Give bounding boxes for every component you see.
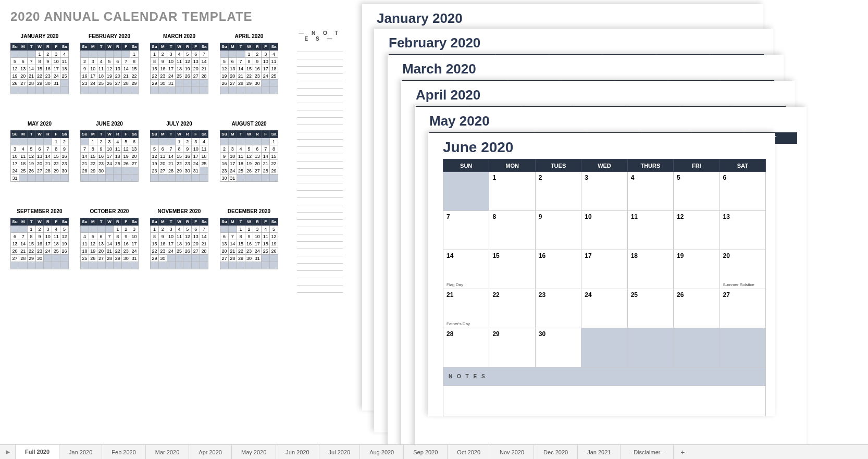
month-card-title: January 2020 (377, 10, 754, 27)
calendar-day-cell[interactable]: 7 (443, 211, 489, 250)
june-notes-area[interactable] (443, 386, 766, 416)
calendar-day-cell[interactable]: 5 (674, 172, 720, 211)
calendar-day-cell[interactable]: 24 (581, 289, 627, 328)
calendar-day-cell[interactable]: 3 (581, 172, 627, 211)
mini-month: JUNE 2020SuMTWRFSa1234567891011121314151… (80, 121, 139, 195)
calendar-day-cell[interactable]: 17 (581, 250, 627, 289)
notes-line[interactable] (297, 103, 343, 110)
sheet-tab[interactable]: Feb 2020 (102, 445, 145, 459)
sheet-tab[interactable]: Jul 2020 (319, 445, 361, 459)
mini-month-title: NOVEMBER 2020 (150, 208, 208, 216)
calendar-day-cell[interactable]: 15 (489, 250, 535, 289)
calendar-day-cell[interactable]: 6 (720, 172, 765, 211)
calendar-day-cell[interactable]: 9 (535, 211, 581, 250)
mini-month: SEPTEMBER 2020SuMTWRFSa12345678910111213… (10, 208, 69, 282)
tab-nav-prev[interactable]: ▶ (0, 445, 16, 459)
sheet-tab[interactable]: Jun 2020 (276, 445, 319, 459)
mini-month-title: APRIL 2020 (220, 33, 278, 41)
sheet-tab[interactable]: Aug 2020 (360, 445, 404, 459)
calendar-day-cell[interactable] (627, 328, 673, 367)
sheet-tab[interactable]: May 2020 (232, 445, 276, 459)
notes-line[interactable] (297, 278, 343, 286)
notes-line[interactable] (297, 96, 343, 103)
calendar-day-cell[interactable]: 27 (720, 289, 765, 328)
sheet-tab[interactable]: Jan 2020 (59, 445, 102, 459)
notes-line[interactable] (297, 169, 343, 176)
notes-line[interactable] (297, 191, 343, 198)
calendar-day-cell[interactable]: 20Summer Solstice (720, 250, 765, 289)
mini-month: MAY 2020SuMTWRFSa12345678910111213141516… (10, 121, 69, 195)
notes-line[interactable] (297, 125, 343, 132)
calendar-day-cell[interactable]: 10 (581, 211, 627, 250)
annual-notes-title: — N O T E S — (297, 30, 343, 42)
calendar-day-cell[interactable]: 26 (674, 289, 720, 328)
notes-line[interactable] (297, 213, 343, 220)
calendar-day-cell[interactable]: 29 (489, 328, 535, 367)
notes-line[interactable] (297, 81, 343, 89)
notes-line[interactable] (297, 242, 343, 249)
notes-line[interactable] (297, 205, 343, 213)
sheet-tab[interactable]: Apr 2020 (189, 445, 232, 459)
calendar-day-cell[interactable]: 30 (535, 328, 581, 367)
calendar-day-cell[interactable]: 22 (489, 289, 535, 328)
calendar-day-cell[interactable] (581, 328, 627, 367)
mini-month-title: SEPTEMBER 2020 (10, 208, 69, 216)
sheet-tab[interactable]: Nov 2020 (490, 445, 534, 459)
notes-line[interactable] (297, 118, 343, 125)
sheet-tab[interactable]: Jan 2021 (578, 445, 621, 459)
notes-line[interactable] (297, 227, 343, 234)
sheet-tab[interactable]: Sep 2020 (404, 445, 448, 459)
calendar-day-cell[interactable]: 4 (627, 172, 673, 211)
notes-line[interactable] (297, 132, 343, 140)
notes-line[interactable] (297, 154, 343, 162)
notes-line[interactable] (297, 183, 343, 191)
notes-line[interactable] (297, 45, 343, 52)
calendar-day-cell[interactable]: 16 (535, 250, 581, 289)
notes-line[interactable] (297, 74, 343, 81)
notes-line[interactable] (297, 271, 343, 278)
calendar-day-cell[interactable]: 28 (443, 328, 489, 367)
mini-month-title: JANUARY 2020 (10, 33, 69, 41)
calendar-day-cell[interactable] (443, 172, 489, 211)
calendar-day-cell[interactable]: 11 (627, 211, 673, 250)
calendar-day-cell[interactable] (674, 328, 720, 367)
notes-line[interactable] (297, 89, 343, 96)
notes-line[interactable] (297, 110, 343, 118)
notes-line[interactable] (297, 198, 343, 205)
calendar-day-cell[interactable]: 2 (535, 172, 581, 211)
notes-line[interactable] (297, 220, 343, 227)
notes-line[interactable] (297, 67, 343, 74)
notes-line[interactable] (297, 234, 343, 242)
calendar-day-cell[interactable]: 21Father's Day (443, 289, 489, 328)
sheet-tab[interactable]: Full 2020 (16, 445, 59, 459)
annual-month-grid: JANUARY 2020SuMTWRFSa1234567891011121314… (10, 33, 336, 282)
notes-line[interactable] (297, 249, 343, 256)
calendar-day-cell[interactable]: 13 (720, 211, 765, 250)
calendar-day-cell[interactable]: 25 (627, 289, 673, 328)
notes-line[interactable] (297, 264, 343, 271)
sheet-tab[interactable]: - Disclaimer - (621, 445, 674, 459)
sheet-tab[interactable]: Dec 2020 (534, 445, 578, 459)
tab-add-button[interactable]: + (674, 445, 691, 459)
notes-line[interactable] (297, 140, 343, 147)
notes-line[interactable] (297, 286, 343, 293)
notes-line[interactable] (297, 59, 343, 67)
notes-line[interactable] (297, 256, 343, 264)
calendar-day-cell[interactable]: 18 (627, 250, 673, 289)
calendar-day-cell[interactable]: 1 (489, 172, 535, 211)
calendar-day-cell[interactable]: 23 (535, 289, 581, 328)
calendar-day-cell[interactable]: 12 (674, 211, 720, 250)
notes-line[interactable] (297, 176, 343, 183)
calendar-day-cell[interactable]: 19 (674, 250, 720, 289)
notes-line[interactable] (297, 162, 343, 169)
calendar-day-cell[interactable]: 14Flag Day (443, 250, 489, 289)
mini-month: NOVEMBER 2020SuMTWRFSa123456789101112131… (150, 208, 208, 282)
notes-line[interactable] (297, 52, 343, 59)
calendar-day-cell[interactable]: 8 (489, 211, 535, 250)
sheet-tab[interactable]: Oct 2020 (448, 445, 490, 459)
notes-line[interactable] (297, 147, 343, 154)
sheet-tab[interactable]: Mar 2020 (146, 445, 189, 459)
june-notes-header: N O T E S (443, 367, 766, 386)
mini-month-title: JUNE 2020 (80, 121, 139, 128)
calendar-day-cell[interactable] (720, 328, 765, 367)
